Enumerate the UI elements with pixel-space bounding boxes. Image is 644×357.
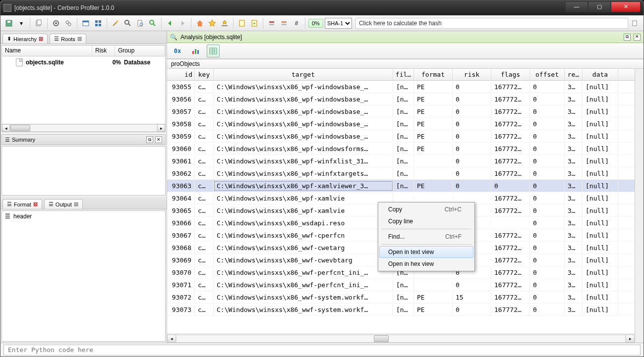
cell-re[interactable]: 3…: [565, 305, 583, 315]
col-format[interactable]: format: [414, 69, 453, 80]
cell-fil[interactable]: [n…: [393, 131, 414, 142]
cell-flags[interactable]: 167772…: [491, 255, 530, 265]
cell-risk[interactable]: 0: [453, 94, 491, 104]
cell-fil[interactable]: [n…: [393, 305, 414, 315]
cell-id[interactable]: 93069: [167, 255, 195, 265]
table-row[interactable]: 93072c…C:\Windows\winsxs\x86_wwf-system.…: [167, 291, 635, 304]
cell-format[interactable]: PE: [414, 305, 453, 315]
cell-risk[interactable]: 0: [453, 106, 491, 117]
cell-data[interactable]: [null]: [583, 106, 618, 117]
cell-id[interactable]: 93070: [167, 267, 195, 278]
table-row[interactable]: 93060c…C:\Windows\winsxs\x86_wpf-windows…: [167, 143, 635, 155]
cell-risk[interactable]: 0: [453, 131, 491, 142]
cell-id[interactable]: 93067: [167, 230, 195, 241]
close-icon[interactable]: ✕: [634, 34, 641, 41]
cell-re[interactable]: 3…: [565, 292, 583, 303]
cell-fil[interactable]: [n…: [393, 292, 414, 303]
table-row[interactable]: 93073c…C:\Windows\winsxs\x86_wwf-system.…: [167, 304, 635, 316]
cell-re[interactable]: 3…: [565, 156, 583, 166]
table-row[interactable]: 93057c…C:\Windows\winsxs\x86_wpf-windows…: [167, 105, 635, 118]
cell-offset[interactable]: 0: [530, 193, 565, 204]
col-data[interactable]: data: [583, 69, 618, 80]
close-icon[interactable]: ⊠: [33, 201, 38, 207]
window-icon[interactable]: [80, 18, 91, 29]
hier-hscroll[interactable]: ◂▸: [2, 124, 165, 132]
cell-key[interactable]: c…: [195, 305, 214, 315]
cell-format[interactable]: [414, 197, 453, 200]
cell-id[interactable]: 93072: [167, 292, 195, 303]
cell-risk[interactable]: 0: [453, 305, 491, 315]
cell-target[interactable]: C:\Windows\winsxs\x86_wpf-windowsbase_…: [214, 131, 393, 142]
cell-flags[interactable]: 167772…: [491, 144, 530, 154]
cell-risk[interactable]: 0: [453, 119, 491, 129]
cell-fil[interactable]: [n…: [393, 280, 414, 290]
cell-risk[interactable]: 0: [453, 181, 491, 191]
cell-id[interactable]: 93071: [167, 280, 195, 290]
close-icon[interactable]: ✕: [155, 136, 162, 143]
cell-re[interactable]: 3…: [565, 82, 583, 92]
col-risk[interactable]: risk: [453, 69, 491, 80]
cell-offset[interactable]: 0: [530, 131, 565, 142]
cell-flags[interactable]: 167772…: [491, 243, 530, 253]
cell-id[interactable]: 93066: [167, 218, 195, 228]
table-row[interactable]: 93055c…C:\Windows\winsxs\x86_wpf-windows…: [167, 81, 635, 93]
cell-flags[interactable]: 167772…: [491, 82, 530, 92]
note-icon[interactable]: [236, 18, 247, 29]
cell-offset[interactable]: 0: [530, 82, 565, 92]
cell-flags[interactable]: 167772…: [491, 193, 530, 204]
col-re[interactable]: re…: [565, 69, 583, 80]
cell-offset[interactable]: 0: [530, 205, 565, 216]
copy-icon[interactable]: [33, 18, 44, 29]
cell-fil[interactable]: [n…: [393, 106, 414, 117]
cell-offset[interactable]: 0: [530, 94, 565, 104]
undock-icon[interactable]: ⧉: [146, 136, 153, 143]
col-flags[interactable]: flags: [491, 69, 530, 80]
star-icon[interactable]: [207, 18, 218, 29]
cell-risk[interactable]: [453, 197, 491, 200]
search-green-icon[interactable]: [147, 18, 158, 29]
cell-data[interactable]: [null]: [583, 119, 618, 129]
close-icon[interactable]: ⊠: [39, 36, 43, 42]
cell-flags[interactable]: [491, 221, 530, 224]
cell-target[interactable]: C:\Windows\winsxs\x86_wpf-windowsbase_…: [214, 119, 393, 129]
cell-format[interactable]: [414, 283, 453, 286]
cell-key[interactable]: c…: [195, 119, 214, 129]
cell-offset[interactable]: 0: [530, 144, 565, 154]
copy-hash-icon[interactable]: [630, 18, 641, 29]
cell-key[interactable]: c…: [195, 106, 214, 117]
cell-target[interactable]: C:\Windows\winsxs\x86_wpf-windowsbase_…: [214, 94, 393, 104]
cell-id[interactable]: 93065: [167, 205, 195, 216]
note-add-icon[interactable]: +: [249, 18, 260, 29]
table-row[interactable]: 93063c…C:\Windows\winsxs\x86_wpf-xamlvie…: [167, 180, 635, 192]
cell-re[interactable]: 3…: [565, 205, 583, 216]
cell-re[interactable]: 3…: [565, 168, 583, 179]
cell-re[interactable]: 3…: [565, 106, 583, 117]
col-key[interactable]: key: [195, 69, 214, 80]
cell-id[interactable]: 93055: [167, 82, 195, 92]
cell-data[interactable]: [null]: [583, 218, 618, 228]
cell-key[interactable]: c…: [195, 156, 214, 166]
col-name[interactable]: Name: [2, 46, 92, 56]
menu-item[interactable]: Find...Ctrl+F: [379, 231, 473, 243]
table-row[interactable]: 93061c…C:\Windows\winsxs\x86_wpf-winfxli…: [167, 155, 635, 167]
cell-key[interactable]: c…: [195, 267, 214, 278]
cell-format[interactable]: [414, 172, 453, 175]
cell-format[interactable]: [414, 159, 453, 162]
minimize-button[interactable]: —: [565, 1, 588, 12]
hash-algo-select[interactable]: SHA-1: [325, 18, 352, 29]
cell-offset[interactable]: 0: [530, 255, 565, 265]
cell-flags[interactable]: 167772…: [491, 267, 530, 278]
cell-id[interactable]: 93056: [167, 94, 195, 104]
hash-icon[interactable]: #: [291, 18, 302, 29]
cell-id[interactable]: 93058: [167, 119, 195, 129]
cell-format[interactable]: PE: [414, 106, 453, 117]
cell-data[interactable]: [null]: [583, 267, 618, 278]
cell-id[interactable]: 93061: [167, 156, 195, 166]
cell-key[interactable]: c…: [195, 181, 214, 191]
col-target[interactable]: target: [214, 69, 393, 80]
cell-data[interactable]: [null]: [583, 230, 618, 241]
cell-flags[interactable]: 167772…: [491, 305, 530, 315]
cell-target[interactable]: C:\Windows\winsxs\x86_wpf-xamlvie: [214, 193, 393, 204]
cell-offset[interactable]: 0: [530, 106, 565, 117]
cell-offset[interactable]: 0: [530, 280, 565, 290]
